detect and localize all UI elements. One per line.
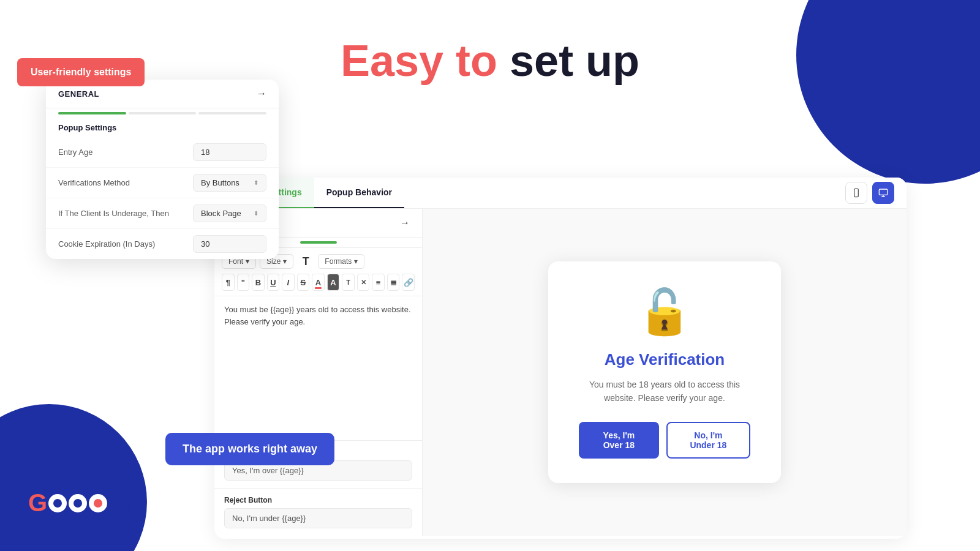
- view-desktop-btn[interactable]: [872, 182, 894, 204]
- toolbar-list-btn[interactable]: ≣: [387, 274, 400, 291]
- logo: G: [28, 489, 107, 517]
- verifications-label: Verifications Method: [58, 178, 193, 187]
- content-arrow-icon: →: [400, 217, 410, 228]
- lock-icon-wrap: 🔓: [579, 286, 750, 338]
- user-friendly-badge[interactable]: User-friendly settings: [17, 58, 145, 86]
- tabs-right: [845, 182, 894, 204]
- settings-row-cookie: Cookie Expiration (In Days) 30: [46, 229, 279, 259]
- app-works-banner: The app works right away: [165, 433, 334, 465]
- svg-rect-2: [879, 189, 887, 195]
- logo-dot-inner-1: [53, 499, 62, 508]
- lock-icon: 🔓: [579, 286, 750, 338]
- preview-yes-button[interactable]: Yes, I'm Over 18: [579, 422, 659, 459]
- settings-header-title: GENERAL: [58, 89, 99, 99]
- reject-button-group: Reject Button No, I'm under {{age}}: [214, 488, 422, 536]
- toolbar-link-btn[interactable]: 🔗: [402, 274, 415, 291]
- panel-right: 🔓 Age Verification You must be 18 years …: [423, 209, 907, 536]
- formats-chevron-icon: ▾: [354, 257, 358, 266]
- toolbar-text-size-icon[interactable]: T: [297, 253, 314, 270]
- cookie-label: Cookie Expiration (In Days): [58, 239, 193, 249]
- progress-bar-3: [198, 112, 266, 114]
- preview-no-button[interactable]: No, I'm Under 18: [666, 422, 750, 459]
- toolbar-font-color-btn[interactable]: A: [312, 274, 325, 291]
- settings-row-entry-age: Entry Age 18: [46, 137, 279, 168]
- reject-button-input[interactable]: No, I'm under {{age}}: [224, 508, 412, 528]
- bg-circle-right: [796, 0, 980, 184]
- main-title: Easy to set up: [0, 37, 980, 85]
- settings-progress: [46, 108, 279, 114]
- entry-age-label: Entry Age: [58, 148, 193, 157]
- toolbar-font-bg-btn[interactable]: A: [327, 274, 340, 291]
- logo-dot-2: [69, 494, 87, 512]
- toolbar-strikethrough-btn[interactable]: S: [297, 274, 310, 291]
- preview-title: Age Verification: [579, 350, 750, 369]
- title-highlight: Easy to: [341, 36, 497, 85]
- editor-content[interactable]: You must be {{age}} years old to access …: [214, 296, 422, 440]
- logo-dot-3: [89, 494, 107, 512]
- toolbar-italic-btn[interactable]: I: [282, 274, 295, 291]
- logo-circles: [48, 494, 107, 512]
- size-chevron-icon: ▾: [283, 257, 287, 266]
- logo-letter: G: [28, 489, 47, 517]
- tab-popup-behavior[interactable]: Popup Behavior: [314, 178, 404, 208]
- preview-card: 🔓 Age Verification You must be 18 years …: [548, 261, 781, 484]
- cookie-value: 30: [193, 235, 266, 253]
- underage-label: If The Client Is Underage, Then: [58, 209, 193, 218]
- settings-card: GENERAL → Popup Settings Entry Age 18 Ve…: [46, 80, 279, 259]
- tabs-row: Popup Settings Popup Behavior: [214, 178, 907, 209]
- preview-buttons: Yes, I'm Over 18 No, I'm Under 18: [579, 422, 750, 459]
- title-normal: set up: [497, 36, 639, 85]
- progress-bar-2: [129, 112, 197, 114]
- main-panel: Popup Settings Popup Behavior CONTENT →: [214, 178, 907, 539]
- logo-dot-inner-3: [94, 499, 102, 508]
- toolbar-formats-select[interactable]: Formats ▾: [318, 254, 364, 269]
- panel-body: CONTENT → Font ▾ Size ▾ T: [214, 209, 907, 536]
- toolbar-paragraph-btn[interactable]: ¶: [222, 274, 235, 291]
- toolbar-erase-btn[interactable]: ✕: [357, 274, 370, 291]
- settings-section-title: Popup Settings: [46, 114, 279, 137]
- view-mobile-btn[interactable]: [845, 182, 867, 204]
- verifications-value[interactable]: By Buttons ⬍: [193, 174, 266, 192]
- toolbar-quote-btn[interactable]: ": [237, 274, 250, 291]
- settings-header-arrow-icon: →: [257, 88, 266, 99]
- underage-value[interactable]: Block Page ⬍: [193, 204, 266, 222]
- settings-row-verifications: Verifications Method By Buttons ⬍: [46, 168, 279, 198]
- toolbar-bold-btn[interactable]: B: [252, 274, 265, 291]
- logo-dot-1: [48, 494, 67, 512]
- svg-rect-0: [854, 189, 859, 197]
- formats-label: Formats: [325, 257, 352, 266]
- toolbar-align-btn[interactable]: ≡: [372, 274, 385, 291]
- verifications-value-text: By Buttons: [201, 178, 239, 187]
- toolbar-row2: ¶ " B U I S A A T ✕ ≡ ≣ 🔗: [222, 274, 415, 291]
- progress-bar-1: [58, 112, 126, 114]
- settings-row-underage: If The Client Is Underage, Then Block Pa…: [46, 198, 279, 229]
- logo-dot-inner-2: [74, 499, 82, 508]
- preview-description: You must be 18 years old to access this …: [579, 378, 750, 405]
- content-progress-bar: [300, 241, 337, 244]
- verifications-select-arrow: ⬍: [254, 179, 258, 186]
- underage-value-text: Block Page: [201, 209, 241, 218]
- reject-button-label: Reject Button: [224, 496, 412, 504]
- toolbar-clear-btn[interactable]: T: [342, 274, 355, 291]
- toolbar-underline-btn[interactable]: U: [267, 274, 280, 291]
- entry-age-value: 18: [193, 143, 266, 161]
- underage-select-arrow: ⬍: [254, 210, 258, 217]
